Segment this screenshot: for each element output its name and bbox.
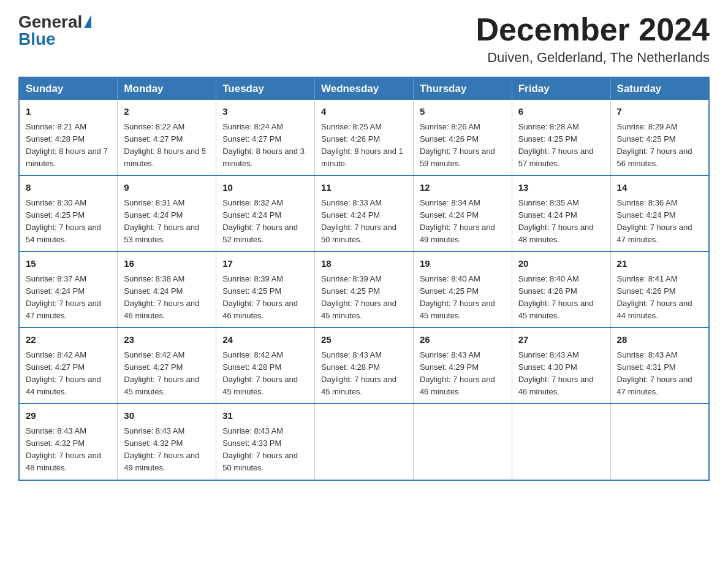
day-number: 11 xyxy=(321,181,407,195)
calendar-cell: 28 Sunrise: 8:43 AMSunset: 4:31 PMDaylig… xyxy=(610,327,709,404)
day-info: Sunrise: 8:36 AMSunset: 4:24 PMDaylight:… xyxy=(617,198,692,244)
calendar-cell: 9 Sunrise: 8:31 AMSunset: 4:24 PMDayligh… xyxy=(118,175,216,251)
calendar-cell: 19 Sunrise: 8:40 AMSunset: 4:25 PMDaylig… xyxy=(413,251,512,327)
day-number: 9 xyxy=(124,181,210,195)
day-number: 7 xyxy=(617,105,702,119)
weekday-header-friday: Friday xyxy=(512,77,610,100)
calendar-cell: 12 Sunrise: 8:34 AMSunset: 4:24 PMDaylig… xyxy=(413,175,512,251)
weekday-header-monday: Monday xyxy=(118,77,216,100)
day-number: 14 xyxy=(617,181,702,195)
day-number: 10 xyxy=(222,181,308,195)
day-number: 26 xyxy=(420,333,506,347)
day-number: 17 xyxy=(222,257,308,271)
day-info: Sunrise: 8:26 AMSunset: 4:26 PMDaylight:… xyxy=(420,122,495,168)
day-info: Sunrise: 8:42 AMSunset: 4:28 PMDaylight:… xyxy=(222,350,298,396)
calendar-cell: 10 Sunrise: 8:32 AMSunset: 4:24 PMDaylig… xyxy=(216,175,315,251)
day-number: 31 xyxy=(222,409,308,423)
calendar-cell xyxy=(413,404,512,480)
calendar-week-row: 1 Sunrise: 8:21 AMSunset: 4:28 PMDayligh… xyxy=(19,100,709,175)
weekday-header-wednesday: Wednesday xyxy=(315,77,414,100)
day-info: Sunrise: 8:40 AMSunset: 4:26 PMDaylight:… xyxy=(518,274,594,320)
day-info: Sunrise: 8:38 AMSunset: 4:24 PMDaylight:… xyxy=(124,274,199,320)
day-number: 30 xyxy=(124,409,210,423)
month-title: December 2024 xyxy=(476,12,710,47)
calendar-cell: 14 Sunrise: 8:36 AMSunset: 4:24 PMDaylig… xyxy=(610,175,709,251)
day-number: 25 xyxy=(321,333,407,347)
day-info: Sunrise: 8:25 AMSunset: 4:26 PMDaylight:… xyxy=(321,122,403,168)
day-info: Sunrise: 8:43 AMSunset: 4:33 PMDaylight:… xyxy=(222,426,298,472)
calendar-cell: 17 Sunrise: 8:39 AMSunset: 4:25 PMDaylig… xyxy=(216,251,315,327)
day-info: Sunrise: 8:39 AMSunset: 4:25 PMDaylight:… xyxy=(321,274,396,320)
day-number: 21 xyxy=(617,257,702,271)
calendar-cell: 5 Sunrise: 8:26 AMSunset: 4:26 PMDayligh… xyxy=(413,100,512,175)
day-number: 4 xyxy=(321,105,407,119)
calendar-cell: 3 Sunrise: 8:24 AMSunset: 4:27 PMDayligh… xyxy=(216,100,315,175)
calendar-header-row: SundayMondayTuesdayWednesdayThursdayFrid… xyxy=(19,77,709,100)
day-info: Sunrise: 8:43 AMSunset: 4:28 PMDaylight:… xyxy=(321,350,396,396)
day-info: Sunrise: 8:39 AMSunset: 4:25 PMDaylight:… xyxy=(222,274,298,320)
day-info: Sunrise: 8:43 AMSunset: 4:30 PMDaylight:… xyxy=(518,350,594,396)
calendar-cell: 25 Sunrise: 8:43 AMSunset: 4:28 PMDaylig… xyxy=(315,327,414,404)
day-number: 28 xyxy=(617,333,702,347)
day-number: 19 xyxy=(420,257,506,271)
day-number: 5 xyxy=(420,105,506,119)
calendar-cell: 6 Sunrise: 8:28 AMSunset: 4:25 PMDayligh… xyxy=(512,100,610,175)
day-info: Sunrise: 8:43 AMSunset: 4:32 PMDaylight:… xyxy=(124,426,199,472)
day-number: 15 xyxy=(26,257,111,271)
day-info: Sunrise: 8:43 AMSunset: 4:29 PMDaylight:… xyxy=(420,350,495,396)
calendar-cell: 18 Sunrise: 8:39 AMSunset: 4:25 PMDaylig… xyxy=(315,251,414,327)
day-number: 18 xyxy=(321,257,407,271)
calendar-cell: 30 Sunrise: 8:43 AMSunset: 4:32 PMDaylig… xyxy=(118,404,216,480)
calendar-cell xyxy=(512,404,610,480)
calendar-cell: 20 Sunrise: 8:40 AMSunset: 4:26 PMDaylig… xyxy=(512,251,610,327)
calendar-week-row: 15 Sunrise: 8:37 AMSunset: 4:24 PMDaylig… xyxy=(19,251,709,327)
calendar-cell: 13 Sunrise: 8:35 AMSunset: 4:24 PMDaylig… xyxy=(512,175,610,251)
calendar-week-row: 29 Sunrise: 8:43 AMSunset: 4:32 PMDaylig… xyxy=(19,404,709,480)
day-info: Sunrise: 8:24 AMSunset: 4:27 PMDaylight:… xyxy=(222,122,305,168)
day-info: Sunrise: 8:34 AMSunset: 4:24 PMDaylight:… xyxy=(420,198,495,244)
day-number: 29 xyxy=(26,409,111,423)
day-info: Sunrise: 8:22 AMSunset: 4:27 PMDaylight:… xyxy=(124,122,206,168)
weekday-header-sunday: Sunday xyxy=(19,77,118,100)
weekday-header-tuesday: Tuesday xyxy=(216,77,315,100)
calendar-week-row: 8 Sunrise: 8:30 AMSunset: 4:25 PMDayligh… xyxy=(19,175,709,251)
weekday-header-saturday: Saturday xyxy=(610,77,709,100)
calendar-week-row: 22 Sunrise: 8:42 AMSunset: 4:27 PMDaylig… xyxy=(19,327,709,404)
day-info: Sunrise: 8:30 AMSunset: 4:25 PMDaylight:… xyxy=(26,198,101,244)
day-info: Sunrise: 8:35 AMSunset: 4:24 PMDaylight:… xyxy=(518,198,594,244)
day-number: 16 xyxy=(124,257,210,271)
day-number: 22 xyxy=(26,333,111,347)
location-subtitle: Duiven, Gelderland, The Netherlands xyxy=(476,50,710,66)
day-info: Sunrise: 8:33 AMSunset: 4:24 PMDaylight:… xyxy=(321,198,396,244)
calendar-cell: 24 Sunrise: 8:42 AMSunset: 4:28 PMDaylig… xyxy=(216,327,315,404)
day-info: Sunrise: 8:40 AMSunset: 4:25 PMDaylight:… xyxy=(420,274,495,320)
logo-triangle-icon xyxy=(84,15,91,28)
page-header: General Blue December 2024 Duiven, Gelde… xyxy=(18,12,710,66)
calendar-cell: 21 Sunrise: 8:41 AMSunset: 4:26 PMDaylig… xyxy=(610,251,709,327)
calendar-cell: 15 Sunrise: 8:37 AMSunset: 4:24 PMDaylig… xyxy=(19,251,118,327)
day-number: 2 xyxy=(124,105,210,119)
calendar-cell: 8 Sunrise: 8:30 AMSunset: 4:25 PMDayligh… xyxy=(19,175,118,251)
calendar-cell: 22 Sunrise: 8:42 AMSunset: 4:27 PMDaylig… xyxy=(19,327,118,404)
calendar-cell xyxy=(610,404,709,480)
calendar-cell: 23 Sunrise: 8:42 AMSunset: 4:27 PMDaylig… xyxy=(118,327,216,404)
day-info: Sunrise: 8:43 AMSunset: 4:31 PMDaylight:… xyxy=(617,350,692,396)
calendar-cell: 2 Sunrise: 8:22 AMSunset: 4:27 PMDayligh… xyxy=(118,100,216,175)
day-number: 13 xyxy=(518,181,604,195)
day-info: Sunrise: 8:29 AMSunset: 4:25 PMDaylight:… xyxy=(617,122,692,168)
day-number: 12 xyxy=(420,181,506,195)
calendar-cell: 31 Sunrise: 8:43 AMSunset: 4:33 PMDaylig… xyxy=(216,404,315,480)
title-area: December 2024 Duiven, Gelderland, The Ne… xyxy=(476,12,710,66)
weekday-header-thursday: Thursday xyxy=(413,77,512,100)
day-info: Sunrise: 8:43 AMSunset: 4:32 PMDaylight:… xyxy=(26,426,101,472)
day-info: Sunrise: 8:41 AMSunset: 4:26 PMDaylight:… xyxy=(617,274,692,320)
calendar-cell: 29 Sunrise: 8:43 AMSunset: 4:32 PMDaylig… xyxy=(19,404,118,480)
day-number: 20 xyxy=(518,257,604,271)
calendar-table: SundayMondayTuesdayWednesdayThursdayFrid… xyxy=(18,77,710,480)
day-info: Sunrise: 8:31 AMSunset: 4:24 PMDaylight:… xyxy=(124,198,199,244)
day-number: 1 xyxy=(26,105,111,119)
calendar-cell: 7 Sunrise: 8:29 AMSunset: 4:25 PMDayligh… xyxy=(610,100,709,175)
calendar-cell: 27 Sunrise: 8:43 AMSunset: 4:30 PMDaylig… xyxy=(512,327,610,404)
logo-blue-text: Blue xyxy=(18,29,56,49)
day-info: Sunrise: 8:32 AMSunset: 4:24 PMDaylight:… xyxy=(222,198,298,244)
